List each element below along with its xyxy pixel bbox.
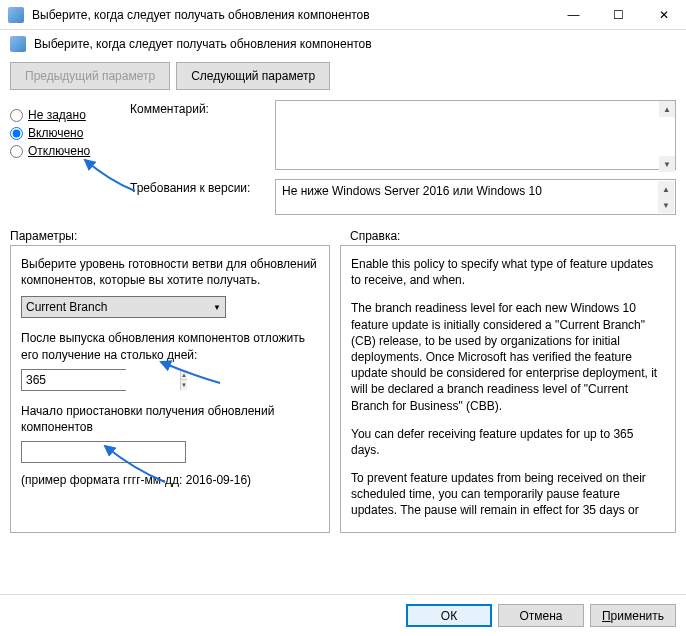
next-setting-button[interactable]: Следующий параметр bbox=[176, 62, 330, 90]
scroll-up-icon[interactable]: ▲ bbox=[659, 101, 675, 117]
params-label: Параметры: bbox=[10, 229, 350, 243]
ok-button[interactable]: ОК bbox=[406, 604, 492, 627]
help-p2: The branch readiness level for each new … bbox=[351, 300, 661, 413]
maximize-button[interactable]: ☐ bbox=[596, 0, 641, 30]
spinner-down-icon[interactable]: ▼ bbox=[181, 380, 187, 390]
requirements-text: Не ниже Windows Server 2016 или Windows … bbox=[282, 184, 542, 198]
scroll-down-icon[interactable]: ▼ bbox=[659, 156, 675, 172]
radio-disabled-label[interactable]: Отключено bbox=[28, 144, 90, 158]
spinner-up-icon[interactable]: ▲ bbox=[181, 370, 187, 381]
app-icon bbox=[8, 7, 24, 23]
subheader-text: Выберите, когда следует получать обновле… bbox=[34, 37, 372, 51]
cancel-button[interactable]: Отмена bbox=[498, 604, 584, 627]
pause-text: Начало приостановки получения обновлений… bbox=[21, 403, 319, 435]
help-p3: You can defer receiving feature updates … bbox=[351, 426, 661, 458]
scroll-up-icon[interactable]: ▲ bbox=[658, 181, 674, 197]
footer: ОК Отмена Применить bbox=[0, 594, 686, 636]
state-radios: Не задано Включено Отключено bbox=[10, 100, 130, 221]
requirements-label: Требования к версии: bbox=[130, 179, 275, 215]
apply-button[interactable]: Применить bbox=[590, 604, 676, 627]
subheader: Выберите, когда следует получать обновле… bbox=[0, 30, 686, 58]
help-label: Справка: bbox=[350, 229, 400, 243]
comment-textarea[interactable] bbox=[275, 100, 676, 170]
defer-text: После выпуска обновления компонентов отл… bbox=[21, 330, 319, 362]
requirements-box: Не ниже Windows Server 2016 или Windows … bbox=[275, 179, 676, 215]
defer-days-spinner[interactable]: ▲ ▼ bbox=[21, 369, 126, 391]
params-panel: Выберите уровень готовности ветви для об… bbox=[10, 245, 330, 533]
pause-date-input[interactable] bbox=[21, 441, 186, 463]
date-format-hint: (пример формата гггг-мм-дд: 2016-09-16) bbox=[21, 473, 319, 487]
help-scroll[interactable]: Enable this policy to specify what type … bbox=[351, 256, 665, 522]
defer-days-input[interactable] bbox=[22, 370, 180, 390]
comment-label: Комментарий: bbox=[130, 100, 275, 173]
close-button[interactable]: ✕ bbox=[641, 0, 686, 30]
radio-disabled[interactable] bbox=[10, 145, 23, 158]
radio-enabled-label[interactable]: Включено bbox=[28, 126, 83, 140]
branch-combo[interactable]: Current Branch ▼ bbox=[21, 296, 226, 318]
prev-setting-button[interactable]: Предыдущий параметр bbox=[10, 62, 170, 90]
titlebar: Выберите, когда следует получать обновле… bbox=[0, 0, 686, 30]
window-title: Выберите, когда следует получать обновле… bbox=[32, 8, 551, 22]
help-p4: To prevent feature updates from being re… bbox=[351, 470, 661, 522]
minimize-button[interactable]: — bbox=[551, 0, 596, 30]
help-p1: Enable this policy to specify what type … bbox=[351, 256, 661, 288]
branch-text: Выберите уровень готовности ветви для об… bbox=[21, 256, 319, 288]
radio-not-configured[interactable] bbox=[10, 109, 23, 122]
help-panel: Enable this policy to specify what type … bbox=[340, 245, 676, 533]
scroll-down-icon[interactable]: ▼ bbox=[658, 197, 674, 213]
nav-row: Предыдущий параметр Следующий параметр bbox=[0, 58, 686, 100]
radio-not-configured-label[interactable]: Не задано bbox=[28, 108, 86, 122]
chevron-down-icon: ▼ bbox=[213, 303, 221, 312]
radio-enabled[interactable] bbox=[10, 127, 23, 140]
policy-icon bbox=[10, 36, 26, 52]
branch-combo-value: Current Branch bbox=[26, 300, 107, 314]
